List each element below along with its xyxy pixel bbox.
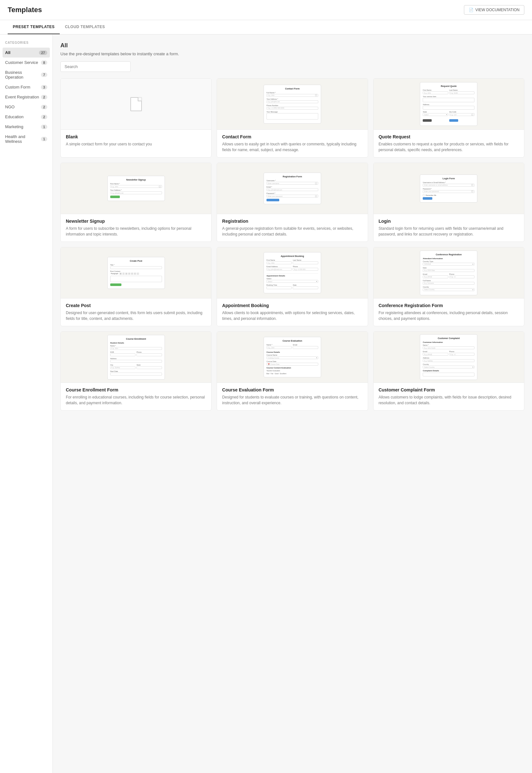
sidebar: CATEGORIES All 27 Customer Service 8 Bus… (0, 35, 53, 773)
template-preview-appointment: Appointment Booking First Name E.g. John… (217, 247, 367, 298)
template-preview-blank (61, 79, 211, 130)
sidebar-item-custom-form[interactable]: Custom Form 3 (0, 82, 52, 92)
content-area: All Use the pre-designed templates below… (53, 35, 532, 773)
tab-cloud-templates[interactable]: CLOUD TEMPLATES (60, 20, 110, 34)
tabs-bar: PRESET TEMPLATES CLOUD TEMPLATES (0, 20, 532, 35)
template-preview-enrollment: Course Enrollment Student Details Name *… (61, 332, 211, 383)
sidebar-item-business-operation[interactable]: Business Operation 7 (0, 67, 52, 82)
template-desc-evaluation: Designed for students to evaluate course… (222, 394, 362, 406)
template-desc-blank: A simple contact form for your users to … (66, 141, 206, 147)
blank-document-icon (130, 97, 142, 111)
search-input[interactable] (60, 61, 131, 72)
template-preview-newsletter: Newsletter Signup First Name * E.g. John… (61, 163, 211, 214)
template-card-complaint[interactable]: Customer Complaint Customer Information … (373, 331, 524, 411)
template-name-complaint: Customer Complaint Form (379, 387, 519, 392)
content-description: Use the pre-designed templates below to … (60, 51, 524, 56)
template-desc-conference: For registering attendees at conferences… (379, 310, 519, 321)
template-name-appointment: Appointment Booking (222, 303, 362, 308)
template-name-newsletter: Newsletter Signup (66, 219, 206, 224)
template-card-login[interactable]: Login Form Username or Email Address * E… (373, 163, 524, 242)
tab-preset-templates[interactable]: PRESET TEMPLATES (8, 20, 60, 34)
template-card-appointment[interactable]: Appointment Booking First Name E.g. John… (217, 247, 368, 326)
sidebar-item-marketing[interactable]: Marketing 1 (0, 122, 52, 132)
sidebar-item-all[interactable]: All 27 (3, 48, 50, 58)
template-desc-appointment: Allows clients to book appointments, wit… (222, 310, 362, 321)
template-card-evaluation[interactable]: Course Evaluation Name * E.g. John Email (217, 331, 368, 411)
template-name-quote: Quote Request (379, 134, 519, 139)
sidebar-item-customer-service[interactable]: Customer Service 8 (0, 58, 52, 67)
template-preview-conference: Conference Registration Attendant Inform… (374, 247, 524, 298)
template-card-registration[interactable]: Registration Form Username * Enter usern… (217, 163, 368, 242)
sidebar-item-event-registration[interactable]: Event Registration 2 (0, 92, 52, 102)
content-title: All (60, 42, 524, 49)
template-preview-evaluation: Course Evaluation Name * E.g. John Email (217, 332, 367, 383)
template-preview-post: Create Post Title * Post Content Paragra… (61, 247, 211, 298)
template-desc-post: Designed for user-generated content, thi… (66, 310, 206, 321)
file-icon: 📄 (469, 8, 474, 12)
sidebar-item-ngo[interactable]: NGO 2 (0, 102, 52, 112)
template-preview-registration: Registration Form Username * Enter usern… (217, 163, 367, 214)
view-documentation-button[interactable]: 📄 VIEW DOCUMENTATION (464, 5, 524, 15)
template-desc-enrollment: For enrolling in educational courses, in… (66, 394, 206, 406)
template-name-conference: Conference Registration Form (379, 303, 519, 308)
content-header: All Use the pre-designed templates below… (60, 42, 524, 56)
template-card-newsletter[interactable]: Newsletter Signup First Name * E.g. John… (60, 163, 212, 242)
template-name-contact: Contact Form (222, 134, 362, 139)
template-name-blank: Blank (66, 134, 206, 139)
template-preview-login: Login Form Username or Email Address * E… (374, 163, 524, 214)
template-card-enrollment[interactable]: Course Enrollment Student Details Name *… (60, 331, 212, 411)
template-desc-contact: Allows users to easily get in touch with… (222, 141, 362, 153)
template-preview-quote: Request Quote First Name E.g. John Last … (374, 79, 524, 130)
template-name-login: Login (379, 219, 519, 224)
template-desc-complaint: Allows customers to lodge complaints, wi… (379, 394, 519, 406)
template-preview-complaint: Customer Complaint Customer Information … (374, 332, 524, 383)
template-card-quote[interactable]: Request Quote First Name E.g. John Last … (373, 78, 524, 158)
template-name-enrollment: Course Enrollment Form (66, 387, 206, 392)
sidebar-item-education[interactable]: Education 2 (0, 112, 52, 122)
template-card-conference[interactable]: Conference Registration Attendant Inform… (373, 247, 524, 326)
template-desc-newsletter: A form for users to subscribe to newslet… (66, 226, 206, 237)
categories-label: CATEGORIES (0, 41, 52, 48)
sidebar-item-health-wellness[interactable]: Health and Wellness 1 (0, 132, 52, 146)
page-title: Templates (8, 6, 42, 14)
template-card-contact-form[interactable]: Contact Form Full Name * E.g. John Your … (217, 78, 368, 158)
template-name-evaluation: Course Evaluation Form (222, 387, 362, 392)
template-card-post[interactable]: Create Post Title * Post Content Paragra… (60, 247, 212, 326)
template-desc-login: Standard login form for returning users … (379, 226, 519, 237)
templates-grid: Blank A simple contact form for your use… (60, 78, 524, 411)
template-card-blank[interactable]: Blank A simple contact form for your use… (60, 78, 212, 158)
template-desc-registration: A general-purpose registration form suit… (222, 226, 362, 237)
template-name-registration: Registration (222, 219, 362, 224)
template-desc-quote: Enables customers to request a quote for… (379, 141, 519, 153)
template-name-post: Create Post (66, 303, 206, 308)
template-preview-contact: Contact Form Full Name * E.g. John Your … (217, 79, 367, 130)
